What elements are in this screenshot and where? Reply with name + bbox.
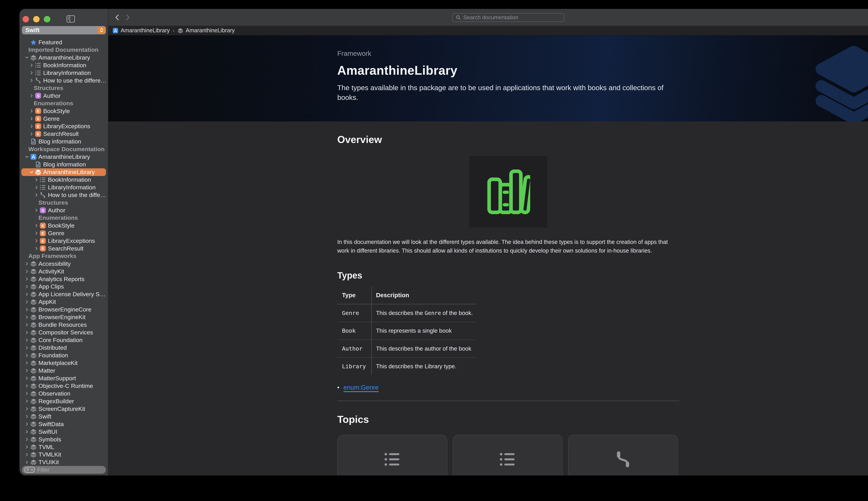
sidebar-item-tvuikit[interactable]: TVUIKit: [20, 458, 108, 465]
chevron-right-icon[interactable]: [24, 307, 30, 312]
chevron-right-icon[interactable]: [34, 246, 39, 251]
chevron-right-icon[interactable]: [24, 460, 30, 465]
chevron-right-icon[interactable]: [34, 231, 39, 236]
sidebar-item-libraryinformation[interactable]: LibraryInformation: [20, 69, 108, 77]
sidebar-item-accessibility[interactable]: Accessibility: [20, 260, 108, 267]
sidebar-item-how-to-use-the-different[interactable]: How to use the different…: [20, 191, 108, 199]
scheme-selector[interactable]: Swift: [22, 26, 106, 34]
sidebar-item-swift[interactable]: Swift: [20, 413, 108, 420]
sidebar-item-genre[interactable]: EGenre: [20, 229, 108, 237]
sidebar-item-swiftdata[interactable]: SwiftData: [20, 420, 108, 428]
sidebar-item-tvmlkit[interactable]: TVMLKit: [20, 451, 108, 458]
chevron-right-icon[interactable]: [24, 269, 30, 274]
chevron-right-icon[interactable]: [29, 70, 34, 76]
sidebar-item-searchresult[interactable]: ESearchResult: [20, 245, 108, 252]
search-input[interactable]: [463, 14, 561, 21]
sidebar-item-amaranthinelibrary[interactable]: AmaranthineLibrary: [20, 153, 108, 161]
chevron-right-icon[interactable]: [34, 207, 39, 213]
chevron-right-icon[interactable]: [29, 78, 34, 83]
close-button[interactable]: [23, 16, 29, 22]
sidebar-item-author[interactable]: SAuthor: [20, 206, 108, 214]
topic-card[interactable]: [568, 435, 678, 476]
chevron-right-icon[interactable]: [24, 284, 30, 289]
chevron-down-icon[interactable]: [29, 169, 34, 175]
sidebar-item-blog-information[interactable]: Blog information: [20, 138, 108, 146]
chevron-right-icon[interactable]: [29, 108, 34, 114]
chevron-right-icon[interactable]: [24, 337, 30, 343]
breadcrumb-item[interactable]: AmaranthineLibrary: [177, 27, 235, 34]
chevron-right-icon[interactable]: [24, 444, 30, 450]
chevron-right-icon[interactable]: [24, 429, 30, 435]
sidebar-item-blog-information[interactable]: Blog information: [20, 161, 108, 168]
filter-field[interactable]: [22, 466, 106, 473]
sidebar-item-tvml[interactable]: TVML: [20, 443, 108, 451]
sidebar-item-activitykit[interactable]: ActivityKit: [20, 267, 108, 275]
chevron-right-icon[interactable]: [24, 353, 30, 358]
sidebar-item-marketplacekit[interactable]: MarketplaceKit: [20, 359, 108, 367]
sidebar-item-app-license-delivery-sdk[interactable]: App License Delivery SDK: [20, 290, 108, 298]
sidebar-item-observation[interactable]: Observation: [20, 390, 108, 397]
chevron-right-icon[interactable]: [29, 116, 34, 121]
sidebar-item-matter[interactable]: Matter: [20, 367, 108, 374]
sidebar-item-appkit[interactable]: AppKit: [20, 298, 108, 306]
sidebar-item-objective-c-runtime[interactable]: Objective-C Runtime: [20, 382, 108, 390]
chevron-right-icon[interactable]: [24, 276, 30, 282]
chevron-down-icon[interactable]: [24, 55, 30, 60]
sidebar-item-swiftui[interactable]: SwiftUI: [20, 428, 108, 436]
sidebar-item-bookinformation[interactable]: BookInformation: [20, 176, 108, 184]
sidebar-item-app-clips[interactable]: App Clips: [20, 283, 108, 290]
chevron-right-icon[interactable]: [24, 452, 30, 457]
sidebar-item-libraryinformation[interactable]: LibraryInformation: [20, 184, 108, 191]
sidebar-item-browserenginekit[interactable]: BrowserEngineKit: [20, 313, 108, 321]
chevron-down-icon[interactable]: [24, 154, 30, 159]
chevron-right-icon[interactable]: [24, 406, 30, 412]
chevron-right-icon[interactable]: [24, 383, 30, 388]
sidebar-toggle-icon[interactable]: [66, 15, 75, 23]
chevron-right-icon[interactable]: [24, 345, 30, 350]
minimize-button[interactable]: [33, 16, 40, 22]
chevron-right-icon[interactable]: [34, 185, 39, 190]
chevron-right-icon[interactable]: [34, 238, 39, 244]
sidebar-item-bundle-resources[interactable]: Bundle Resources: [20, 321, 108, 329]
topic-card[interactable]: [337, 435, 447, 476]
sidebar-item-bookinformation[interactable]: BookInformation: [20, 61, 108, 69]
sidebar-item-bookstyle[interactable]: EBookStyle: [20, 107, 108, 115]
document-scroll-area[interactable]: Framework AmaranthineLibrary The types a…: [108, 35, 868, 475]
sidebar-item-core-foundation[interactable]: Core Foundation: [20, 336, 108, 344]
breadcrumb-item[interactable]: AmaranthineLibrary: [112, 27, 170, 34]
sidebar-item-regexbuilder[interactable]: RegexBuilder: [20, 397, 108, 405]
sidebar-item-distributed[interactable]: Distributed: [20, 344, 108, 352]
chevron-right-icon[interactable]: [29, 131, 34, 137]
chevron-right-icon[interactable]: [34, 192, 39, 198]
sidebar-item-mattersupport[interactable]: MatterSupport: [20, 374, 108, 382]
chevron-right-icon[interactable]: [24, 261, 30, 266]
enum-genre-link[interactable]: enum:Genre: [343, 384, 378, 391]
sidebar-item-amaranthinelibrary[interactable]: AmaranthineLibrary: [20, 54, 108, 61]
sidebar-item-libraryexceptions[interactable]: ELibraryExceptions: [20, 237, 108, 245]
sidebar-item-analytics-reports[interactable]: Analytics Reports: [20, 275, 108, 283]
chevron-right-icon[interactable]: [24, 292, 30, 297]
chevron-right-icon[interactable]: [24, 360, 30, 366]
chevron-right-icon[interactable]: [24, 299, 30, 305]
chevron-right-icon[interactable]: [29, 93, 34, 98]
chevron-right-icon[interactable]: [24, 437, 30, 442]
sidebar-item-symbols[interactable]: Symbols: [20, 436, 108, 443]
sidebar-item-amaranthinelibrary[interactable]: AmaranthineLibrary: [21, 168, 106, 176]
chevron-right-icon[interactable]: [24, 375, 30, 381]
sidebar-item-compositor-services[interactable]: Compositor Services: [20, 329, 108, 336]
sidebar-item-genre[interactable]: EGenre: [20, 115, 108, 122]
chevron-right-icon[interactable]: [24, 322, 30, 328]
sidebar-item-libraryexceptions[interactable]: ELibraryExceptions: [20, 122, 108, 130]
navigator-tree[interactable]: FeaturedImported DocumentationAmaranthin…: [20, 39, 108, 465]
sidebar-item-featured[interactable]: Featured: [20, 39, 108, 46]
chevron-right-icon[interactable]: [24, 368, 30, 373]
sidebar-item-screencapturekit[interactable]: ScreenCaptureKit: [20, 405, 108, 413]
chevron-right-icon[interactable]: [29, 63, 34, 68]
sidebar-item-foundation[interactable]: Foundation: [20, 352, 108, 359]
chevron-right-icon[interactable]: [24, 398, 30, 404]
chevron-right-icon[interactable]: [29, 124, 34, 129]
sidebar-item-searchresult[interactable]: ESearchResult: [20, 130, 108, 138]
chevron-right-icon[interactable]: [34, 223, 39, 228]
sidebar-item-author[interactable]: SAuthor: [20, 92, 108, 99]
search-field[interactable]: [452, 13, 564, 22]
